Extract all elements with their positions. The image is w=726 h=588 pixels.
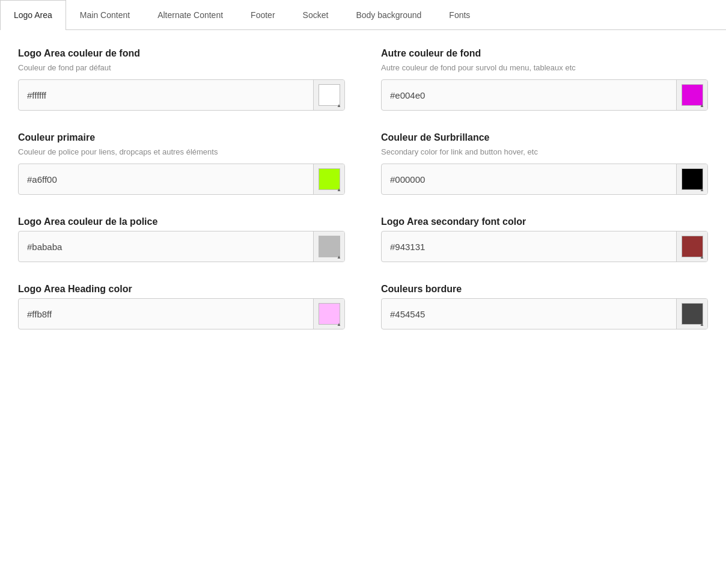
field-couleur-primaire-label: Couleur primaire	[18, 132, 345, 143]
field-logo-area-secondary-font-input[interactable]	[382, 242, 676, 252]
field-couleurs-bordure-label: Couleurs bordure	[381, 284, 708, 295]
field-logo-area-heading-input-wrapper: ▲	[18, 298, 345, 329]
tab-logo-area[interactable]: Logo Area	[0, 0, 66, 30]
field-logo-area-police-swatch[interactable]: ▲	[313, 231, 344, 262]
field-couleur-surbrillance: Couleur de Surbrillance Secondary color …	[381, 132, 708, 195]
field-logo-area-police-input-wrapper: ▲	[18, 231, 345, 262]
field-couleur-surbrillance-label: Couleur de Surbrillance	[381, 132, 708, 143]
main-content-area: Logo Area couleur de fond Couleur de fon…	[0, 30, 726, 348]
tab-alternate-content[interactable]: Alternate Content	[144, 0, 237, 29]
field-logo-area-bg: Logo Area couleur de fond Couleur de fon…	[18, 48, 345, 111]
field-autre-couleur-swatch[interactable]: ▲	[676, 79, 707, 111]
tabs-bar: Logo Area Main Content Alternate Content…	[0, 0, 726, 30]
field-couleur-primaire-input-wrapper: ▲	[18, 164, 345, 195]
field-logo-area-bg-desc: Couleur de fond par défaut	[18, 63, 345, 73]
swatch-arrow-icon: ▲	[700, 103, 704, 108]
field-couleurs-bordure-swatch[interactable]: ▲	[676, 298, 707, 329]
field-autre-couleur-desc: Autre couleur de fond pour survol du men…	[381, 63, 708, 73]
tab-main-content[interactable]: Main Content	[66, 0, 144, 29]
field-couleur-surbrillance-desc: Secondary color for link and button hove…	[381, 147, 708, 158]
field-logo-area-police-label: Logo Area couleur de la police	[18, 216, 345, 227]
field-logo-area-bg-label: Logo Area couleur de fond	[18, 48, 345, 59]
tab-body-background[interactable]: Body background	[342, 0, 435, 29]
field-logo-area-heading-label: Logo Area Heading color	[18, 284, 345, 295]
tab-socket[interactable]: Socket	[289, 0, 343, 29]
field-logo-area-secondary-font-label: Logo Area secondary font color	[381, 216, 708, 227]
field-logo-area-secondary-font: Logo Area secondary font color ▲	[381, 216, 708, 262]
field-couleur-surbrillance-input[interactable]	[382, 174, 676, 185]
field-logo-area-heading-swatch[interactable]: ▲	[313, 298, 344, 329]
tab-fonts[interactable]: Fonts	[435, 0, 484, 29]
swatch-arrow-icon: ▲	[700, 322, 704, 327]
field-couleur-primaire-input[interactable]	[19, 174, 313, 185]
field-logo-area-bg-input-wrapper: ▲	[18, 79, 345, 111]
swatch-arrow-icon: ▲	[337, 103, 341, 108]
swatch-arrow-icon: ▲	[337, 188, 341, 192]
field-logo-area-heading: Logo Area Heading color ▲	[18, 284, 345, 329]
field-autre-couleur-label: Autre couleur de fond	[381, 48, 708, 59]
field-autre-couleur: Autre couleur de fond Autre couleur de f…	[381, 48, 708, 111]
swatch-arrow-icon: ▲	[700, 255, 704, 260]
field-couleur-surbrillance-swatch[interactable]: ▲	[676, 164, 707, 195]
field-couleur-surbrillance-input-wrapper: ▲	[381, 164, 708, 195]
field-couleur-primaire-swatch[interactable]: ▲	[313, 164, 344, 195]
swatch-arrow-icon: ▲	[337, 322, 341, 327]
field-logo-area-heading-input[interactable]	[19, 309, 313, 319]
field-couleurs-bordure-input-wrapper: ▲	[381, 298, 708, 329]
field-couleur-primaire: Couleur primaire Couleur de police pour …	[18, 132, 345, 195]
tab-footer[interactable]: Footer	[237, 0, 288, 29]
field-logo-area-bg-swatch[interactable]: ▲	[313, 79, 344, 111]
fields-grid: Logo Area couleur de fond Couleur de fon…	[18, 48, 708, 329]
field-couleurs-bordure-input[interactable]	[382, 309, 676, 319]
field-logo-area-police: Logo Area couleur de la police ▲	[18, 216, 345, 262]
field-autre-couleur-input[interactable]	[382, 90, 676, 100]
field-logo-area-secondary-font-swatch[interactable]: ▲	[676, 231, 707, 262]
swatch-arrow-icon: ▲	[337, 255, 341, 260]
field-autre-couleur-input-wrapper: ▲	[381, 79, 708, 111]
swatch-arrow-icon: ▲	[700, 188, 704, 192]
field-logo-area-secondary-font-input-wrapper: ▲	[381, 231, 708, 262]
field-couleurs-bordure: Couleurs bordure ▲	[381, 284, 708, 329]
field-logo-area-police-input[interactable]	[19, 242, 313, 252]
field-couleur-primaire-desc: Couleur de police pour liens, dropcaps e…	[18, 147, 345, 158]
field-logo-area-bg-input[interactable]	[19, 90, 313, 100]
